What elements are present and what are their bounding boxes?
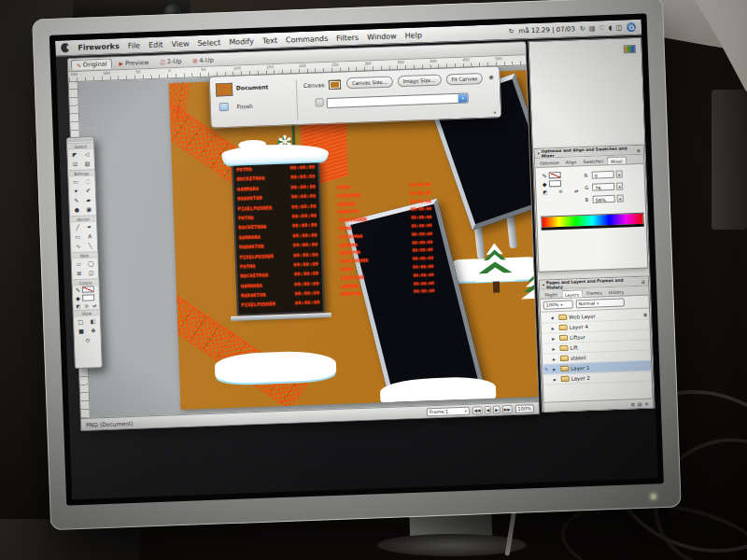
crop-tool[interactable]: ▧ bbox=[81, 159, 93, 168]
lasso-tool[interactable]: ◌ bbox=[81, 176, 93, 186]
input-menu-icon[interactable]: ◫ bbox=[615, 23, 622, 31]
subselection-tool[interactable]: ◁ bbox=[80, 149, 92, 159]
default-colors-icon[interactable]: ◩ bbox=[543, 189, 547, 194]
swap-colors-icon[interactable]: ⇄ bbox=[574, 188, 578, 193]
export-options-icon[interactable] bbox=[316, 98, 324, 106]
frame-selector[interactable]: Frame 1▾ bbox=[427, 406, 470, 416]
color-value-input[interactable]: 76 bbox=[592, 182, 614, 190]
export-preset-select[interactable]: ▾ bbox=[326, 93, 468, 109]
tab-pages[interactable]: Pages bbox=[542, 290, 560, 299]
rubber-stamp-tool[interactable]: ▣ bbox=[83, 204, 95, 214]
menu-item[interactable]: Select bbox=[197, 38, 220, 48]
disclosure-arrow-icon[interactable]: ▾ bbox=[538, 151, 540, 156]
rectangle-hotspot-tool[interactable]: ▱ bbox=[73, 259, 85, 269]
stepper-icon[interactable]: ▾ bbox=[616, 194, 623, 202]
blend-mode-select[interactable]: Normal▾ bbox=[576, 299, 625, 309]
no-color-icon[interactable]: ⊘ bbox=[558, 189, 562, 194]
pointer-tool[interactable]: ◤ bbox=[68, 150, 80, 160]
tab-swatches[interactable]: Swatches bbox=[580, 157, 606, 165]
disclosure-arrow-icon[interactable]: ▾ bbox=[543, 283, 544, 287]
last-frame-icon[interactable]: ▶▶ bbox=[501, 405, 512, 413]
circle-hotspot-tool[interactable]: ◯ bbox=[85, 259, 97, 268]
freeform-tool[interactable]: ∿ bbox=[72, 242, 84, 251]
menu-item[interactable]: Fireworks bbox=[78, 42, 120, 52]
sync-menu-icon[interactable]: ↻ bbox=[580, 25, 585, 33]
tab-original[interactable]: ✎Original bbox=[71, 58, 113, 70]
tab-align[interactable]: Align bbox=[563, 158, 580, 166]
tab-optimize[interactable]: Optimize bbox=[537, 159, 562, 167]
tab-preview[interactable]: ▶Preview bbox=[114, 57, 153, 69]
fit-canvas-button[interactable]: Fit Canvas bbox=[445, 73, 483, 85]
expand-arrow-icon[interactable]: ▶ bbox=[554, 377, 559, 382]
collapse-arrow-icon[interactable]: ▴ bbox=[494, 108, 497, 114]
menu-item[interactable]: File bbox=[128, 41, 141, 49]
fill-color-well[interactable] bbox=[82, 294, 94, 301]
menu-item[interactable]: Text bbox=[262, 35, 278, 45]
menu-item[interactable]: Filters bbox=[336, 33, 359, 42]
hand-tool[interactable]: ✥ bbox=[87, 326, 99, 335]
color-ramp[interactable] bbox=[541, 213, 643, 231]
magic-wand-tool[interactable]: ✦ bbox=[70, 187, 82, 196]
menu-item[interactable]: Modify bbox=[229, 36, 254, 46]
tab-layers[interactable]: Layers bbox=[561, 289, 583, 298]
knife-tool[interactable]: ╲ bbox=[84, 241, 96, 250]
sync-menu-icon[interactable]: ↻ bbox=[509, 28, 514, 35]
standard-screen-mode-button[interactable]: ▢ bbox=[75, 317, 87, 327]
expand-arrow-icon[interactable]: ▼ bbox=[551, 315, 557, 320]
menu-item[interactable]: Edit bbox=[148, 40, 163, 49]
expand-arrow-icon[interactable]: ▶ bbox=[552, 326, 557, 330]
menu-item[interactable]: View bbox=[171, 39, 189, 49]
marquee-tool[interactable]: ▭ bbox=[69, 177, 81, 187]
panel-menu-icon[interactable]: ≡ bbox=[641, 278, 645, 284]
brush-tool[interactable]: ✐ bbox=[82, 186, 94, 195]
menu-item[interactable]: Commands bbox=[286, 34, 329, 44]
pencil-tool[interactable]: ✎ bbox=[70, 196, 82, 205]
rectangle-tool[interactable]: ▭ bbox=[72, 232, 84, 242]
hide-slices-tool[interactable]: ◫ bbox=[85, 268, 97, 277]
default-colors-icon[interactable]: ◩ bbox=[76, 303, 80, 309]
opacity-input[interactable]: 100%▾ bbox=[543, 301, 573, 310]
color-palette-icon[interactable] bbox=[624, 45, 636, 53]
fill-color-well[interactable] bbox=[549, 180, 561, 187]
full-screen-with-menus-button[interactable]: ◧ bbox=[87, 316, 99, 326]
tab-frames[interactable]: Frames bbox=[584, 288, 605, 297]
stepper-icon[interactable]: ▾ bbox=[616, 182, 623, 189]
text-tool[interactable]: A bbox=[84, 231, 96, 241]
expand-arrow-icon[interactable]: ▶ bbox=[553, 367, 558, 371]
tab-2up[interactable]: ◫2-Up bbox=[155, 56, 186, 67]
swap-colors-icon[interactable]: ⇄ bbox=[92, 302, 96, 308]
apple-menu-icon[interactable] bbox=[61, 43, 69, 52]
tab-4up[interactable]: ⊞4-Up bbox=[188, 54, 218, 65]
blur-tool[interactable]: ● bbox=[71, 205, 83, 215]
stepper-icon[interactable]: ▾ bbox=[616, 170, 623, 177]
color-value-input[interactable]: 58% bbox=[593, 194, 615, 203]
eraser-tool[interactable]: ▰ bbox=[82, 195, 94, 204]
new-sub-layer-icon[interactable]: ⊞ bbox=[630, 401, 634, 407]
display-menu-icon[interactable]: ▤ bbox=[589, 24, 596, 32]
color-value-input[interactable]: 0 bbox=[592, 170, 614, 178]
menu-item[interactable]: Help bbox=[405, 31, 423, 40]
expand-arrow-icon[interactable]: ▶ bbox=[552, 346, 557, 351]
full-screen-mode-button[interactable]: ■ bbox=[75, 327, 87, 336]
zoom-level[interactable]: 100% bbox=[514, 404, 534, 413]
delete-layer-icon[interactable]: ✕ bbox=[644, 400, 648, 406]
zoom-tool[interactable]: ⊙ bbox=[81, 335, 93, 344]
menu-item[interactable]: Window bbox=[367, 32, 397, 41]
line-tool[interactable]: ╱ bbox=[71, 223, 83, 232]
no-color-icon[interactable]: ⊘ bbox=[85, 303, 89, 309]
combo-stepper-icon[interactable]: ▾ bbox=[458, 94, 467, 103]
spotlight-icon[interactable] bbox=[627, 22, 636, 32]
play-icon[interactable]: ▶ bbox=[493, 405, 500, 413]
pen-tool[interactable]: ✒ bbox=[83, 222, 95, 231]
tab-mixer[interactable]: Mixer bbox=[607, 156, 627, 164]
prev-frame-icon[interactable]: ◀ bbox=[485, 405, 492, 413]
canvas-size-button[interactable]: Canvas Size... bbox=[346, 76, 393, 89]
menu-clock[interactable]: må 12.29 | 07/03 bbox=[518, 25, 575, 35]
heart-menu-icon[interactable]: ♡ bbox=[599, 24, 605, 32]
stroke-color-well[interactable] bbox=[549, 172, 561, 178]
canvas-color-swatch[interactable] bbox=[329, 79, 341, 89]
slice-tool[interactable]: ⊞ bbox=[73, 269, 85, 278]
panel-options-icon[interactable]: ◉ bbox=[488, 73, 494, 79]
first-frame-icon[interactable]: ◀◀ bbox=[472, 406, 483, 414]
image-size-button[interactable]: Image Size... bbox=[397, 75, 441, 88]
